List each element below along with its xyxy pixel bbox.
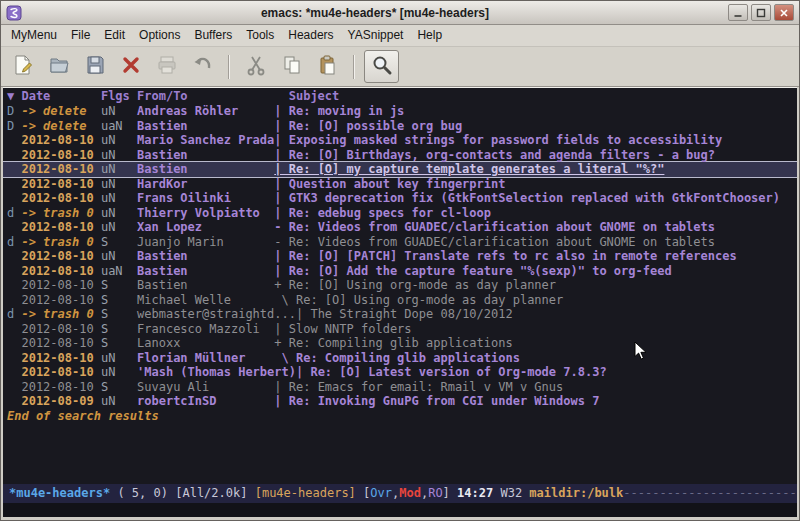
message-row[interactable]: d-> trash 0Swebmaster@straightd...| The …	[3, 307, 797, 322]
message-from: Francesco Mazzoli	[137, 322, 274, 337]
modeline-flag-close: ]	[443, 486, 450, 500]
kill-buffer-button[interactable]	[114, 51, 147, 82]
message-subject: | Exposing masked strings for password f…	[274, 133, 722, 148]
message-date: -> delete	[21, 104, 100, 119]
close-button[interactable]	[774, 4, 794, 21]
message-mark: d	[7, 235, 21, 250]
cut-icon	[245, 54, 267, 80]
message-date: 2012-08-10	[21, 191, 100, 206]
menu-file[interactable]: File	[64, 25, 97, 46]
column-header-date[interactable]: Date	[21, 89, 100, 104]
message-row[interactable]: 2012-08-10uNXan Lopez- Re: Videos from G…	[3, 220, 797, 235]
message-flags: uaN	[101, 264, 137, 279]
message-row[interactable]: 2012-08-10SSuvayu Ali| Re: Emacs for ema…	[3, 380, 797, 395]
message-flags: uN	[101, 365, 137, 380]
message-row[interactable]: 2012-08-10uNMario Sanchez Prada| Exposin…	[3, 133, 797, 148]
save-button[interactable]	[78, 51, 111, 82]
message-subject: | Slow NNTP folders	[274, 322, 411, 337]
message-flags: uN	[101, 206, 137, 221]
menu-mymenu[interactable]: MyMenu	[4, 25, 64, 46]
search-button[interactable]	[364, 50, 399, 83]
message-row[interactable]: D-> deleteuNAndreas Röhler| Re: moving i…	[3, 104, 797, 119]
message-row[interactable]: 2012-08-10uNBastien| Re: [O] [PATCH] Tra…	[3, 249, 797, 264]
minimize-button[interactable]	[728, 4, 748, 21]
message-from: Bastien	[137, 278, 274, 293]
message-flags: uN	[101, 351, 137, 366]
message-flags: uN	[101, 191, 137, 206]
message-row[interactable]: 2012-08-09uNrobertcInSD| Re: Invoking Gn…	[3, 394, 797, 409]
message-flags: S	[101, 336, 137, 351]
modeline-maildir: maildir:/bulk	[529, 486, 623, 500]
message-subject: | Re: edebug specs for cl-loop	[274, 206, 491, 221]
message-subject: | Re: [O] Add the capture feature "%(sex…	[274, 264, 671, 279]
modeline-filler-dashes: ----------------------------------------	[623, 486, 797, 500]
message-row[interactable]: 2012-08-10uNFlorian Müllner \ Re: Compil…	[3, 351, 797, 366]
message-flags: uN	[101, 177, 137, 192]
message-row[interactable]: D-> deleteuaNBastien| Re: [O] possible o…	[3, 119, 797, 134]
message-row[interactable]: 2012-08-10SLanoxx+ Re: Compiling glib ap…	[3, 336, 797, 351]
column-header-from[interactable]: From/To	[137, 89, 274, 104]
menu-help[interactable]: Help	[410, 25, 449, 46]
message-row[interactable]: 2012-08-10uN'Mash (Thomas Herbert)| Re: …	[3, 365, 797, 380]
message-flags: uN	[101, 133, 137, 148]
open-folder-icon	[48, 54, 70, 80]
message-date: 2012-08-10	[21, 133, 100, 148]
toolbar	[1, 47, 799, 87]
message-row[interactable]: 2012-08-10uaNBastien| Re: [O] Add the ca…	[3, 264, 797, 279]
cut-button[interactable]	[239, 51, 272, 82]
message-row[interactable]: 2012-08-10uNHardKor| Question about key …	[3, 177, 797, 192]
message-row[interactable]: d-> trash 0SJuanjo Marin- Re: Videos fro…	[3, 235, 797, 250]
message-subject: | Re: [O] Birthdays, org-contacts and ag…	[274, 148, 715, 163]
message-flags: S	[101, 278, 137, 293]
message-row[interactable]: 2012-08-10SMichael Welle \ Re: [O] Using…	[3, 293, 797, 308]
message-from: Bastien	[137, 249, 274, 264]
frame: ▼DateFlgsFrom/ToSubject D-> deleteuNAndr…	[1, 87, 799, 520]
end-of-results-message: End of search results	[3, 409, 797, 424]
message-row[interactable]: 2012-08-10uNBastien| Re: [O] my capture …	[3, 162, 797, 177]
echo-area[interactable]	[3, 503, 797, 517]
message-date: 2012-08-10	[21, 322, 100, 337]
new-file-button[interactable]	[6, 51, 39, 82]
save-icon	[84, 54, 106, 80]
paste-button[interactable]	[311, 51, 344, 82]
message-date: 2012-08-10	[21, 365, 100, 380]
message-date: -> trash 0	[21, 235, 100, 250]
message-row[interactable]: 2012-08-10uNBastien| Re: [O] Birthdays, …	[3, 148, 797, 163]
undo-button[interactable]	[186, 51, 219, 82]
menu-yasnippet[interactable]: YASnippet	[341, 25, 411, 46]
titlebar[interactable]: emacs: *mu4e-headers* [mu4e-headers]	[1, 1, 799, 25]
column-header-flags[interactable]: Flgs	[101, 89, 137, 104]
modeline-readonly-flag: RO	[428, 486, 442, 500]
open-folder-button[interactable]	[42, 51, 75, 82]
message-flags: uN	[101, 162, 137, 177]
print-button[interactable]	[150, 51, 183, 82]
message-row[interactable]: 2012-08-10uNFrans Oilinki| GTK3 deprecat…	[3, 191, 797, 206]
menu-buffers[interactable]: Buffers	[187, 25, 239, 46]
column-header-subject[interactable]: Subject	[289, 89, 340, 104]
sort-direction-icon[interactable]: ▼	[7, 89, 21, 104]
message-mark: d	[7, 307, 21, 322]
message-row[interactable]: 2012-08-10SBastien+ Re: [O] Using org-mo…	[3, 278, 797, 293]
mode-line[interactable]: *mu4e-headers* ( 5, 0) [All/2.0k] [mu4e-…	[3, 484, 797, 503]
menu-headers[interactable]: Headers	[281, 25, 340, 46]
message-row[interactable]: 2012-08-10SFrancesco Mazzoli| Slow NNTP …	[3, 322, 797, 337]
new-file-icon	[12, 54, 34, 80]
menu-edit[interactable]: Edit	[97, 25, 132, 46]
window-controls	[728, 4, 794, 21]
message-row[interactable]: d-> trash 0uNThierry Volpiatto| Re: edeb…	[3, 206, 797, 221]
modeline-buffer-name: *mu4e-headers*	[9, 486, 110, 500]
menu-tools[interactable]: Tools	[239, 25, 281, 46]
copy-icon	[281, 54, 303, 80]
print-icon	[156, 54, 178, 80]
menu-options[interactable]: Options	[132, 25, 187, 46]
message-date: 2012-08-10	[21, 220, 100, 235]
empty-buffer-area	[3, 423, 797, 484]
window-icon[interactable]	[6, 5, 22, 21]
message-from: Florian Müllner	[137, 351, 274, 366]
message-date: 2012-08-10	[21, 293, 100, 308]
message-date: 2012-08-10	[21, 278, 100, 293]
message-from: HardKor	[137, 177, 274, 192]
message-subject: | Re: [O] my capture template generates …	[274, 162, 664, 177]
copy-button[interactable]	[275, 51, 308, 82]
maximize-button[interactable]	[751, 4, 771, 21]
